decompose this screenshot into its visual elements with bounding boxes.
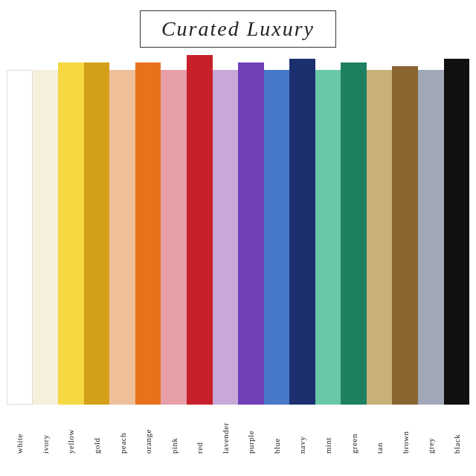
page-title: Curated Luxury — [161, 17, 315, 40]
color-column-orange: orange — [135, 62, 161, 454]
color-column-gold: gold — [84, 62, 110, 454]
color-column-black: black — [444, 59, 470, 454]
label-blue: blue — [272, 409, 281, 454]
color-column-green: green — [341, 62, 367, 454]
label-orange: orange — [144, 409, 152, 454]
page: Curated Luxury whiteivoryyellowgoldpeach… — [0, 0, 476, 476]
color-column-lavender: lavender — [213, 70, 239, 454]
color-column-peach: peach — [109, 70, 135, 454]
swatch-lavender — [213, 70, 239, 405]
color-column-mint: mint — [315, 70, 341, 454]
swatch-gold — [84, 62, 110, 405]
swatch-orange — [135, 62, 161, 405]
swatch-grey — [418, 70, 444, 405]
label-white: white — [15, 409, 24, 454]
label-peach: peach — [118, 409, 127, 454]
swatch-red — [187, 55, 213, 405]
color-palette: whiteivoryyellowgoldpeachorangepinkredla… — [4, 55, 472, 454]
color-column-white: white — [7, 70, 33, 454]
label-green: green — [350, 409, 358, 454]
color-column-purple: purple — [238, 62, 264, 454]
swatch-blue — [264, 70, 290, 405]
label-grey: grey — [426, 409, 435, 454]
swatch-brown — [392, 66, 418, 405]
color-column-ivory: ivory — [33, 70, 59, 454]
label-black: black — [452, 409, 461, 454]
label-lavender: lavender — [221, 409, 230, 454]
color-column-tan: tan — [367, 70, 393, 454]
label-purple: purple — [246, 409, 255, 454]
color-column-brown: brown — [392, 66, 418, 454]
label-red: red — [195, 409, 204, 454]
label-brown: brown — [401, 409, 410, 454]
swatch-peach — [109, 70, 135, 405]
swatch-white — [7, 70, 33, 405]
swatch-yellow — [58, 62, 84, 405]
swatch-tan — [367, 70, 393, 405]
label-yellow: yellow — [66, 409, 75, 454]
color-column-grey: grey — [418, 70, 444, 454]
color-column-navy: navy — [289, 59, 315, 454]
swatch-green — [341, 62, 367, 405]
label-tan: tan — [375, 409, 384, 454]
color-column-red: red — [187, 55, 213, 454]
swatch-ivory — [33, 70, 59, 405]
color-column-yellow: yellow — [58, 62, 84, 454]
swatch-purple — [238, 62, 264, 405]
label-gold: gold — [92, 409, 101, 454]
label-mint: mint — [324, 409, 332, 454]
swatch-black — [444, 59, 470, 405]
swatch-mint — [315, 70, 341, 405]
label-navy: navy — [298, 409, 306, 454]
swatch-navy — [289, 59, 315, 405]
swatch-pink — [161, 70, 187, 405]
label-ivory: ivory — [41, 409, 50, 454]
color-column-pink: pink — [161, 70, 187, 454]
label-pink: pink — [170, 409, 178, 454]
title-box: Curated Luxury — [140, 10, 336, 48]
color-column-blue: blue — [264, 70, 290, 454]
